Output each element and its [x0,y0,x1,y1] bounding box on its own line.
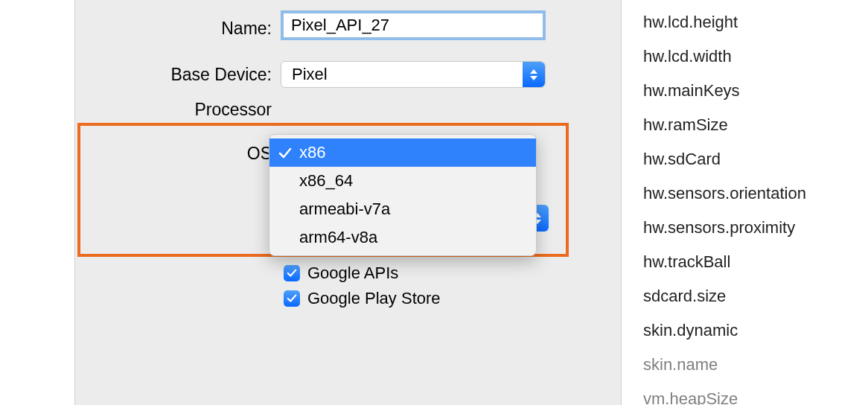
select-stepper-icon [523,62,545,87]
os-label: OS [75,144,272,164]
name-label: Name: [75,13,272,39]
dropdown-item-label: x86_64 [299,171,353,191]
list-item[interactable]: hw.sensors.proximity [643,211,859,245]
processor-dropdown: x86 x86_64 armeabi-v7a arm64-v8a [269,134,537,256]
checkmark-icon [278,145,292,159]
list-item[interactable]: skin.dynamic [643,313,859,348]
google-apis-checkbox-row: Google APIs [284,264,621,283]
processor-label: Processor [75,100,272,120]
list-item[interactable]: hw.mainKeys [643,74,859,108]
row-processor: Processor [75,100,621,120]
check-icon [287,293,297,304]
dropdown-item-label: x86 [299,143,325,162]
row-name: Name: [75,10,621,40]
dropdown-item-x86_64[interactable]: x86_64 [269,167,536,195]
dropdown-item-x86[interactable]: x86 [269,138,536,167]
list-item[interactable]: hw.ramSize [643,108,859,142]
list-item[interactable]: hw.sensors.orientation [643,176,859,211]
list-item[interactable]: sdcard.size [643,279,859,313]
google-play-checkbox[interactable] [284,290,300,307]
list-item[interactable]: hw.lcd.width [643,39,859,74]
google-play-label: Google Play Store [307,289,441,308]
list-item[interactable]: vm.heapSize [643,382,859,405]
base-device-label: Base Device: [75,65,272,85]
name-input-wrapper [281,10,546,40]
google-apis-label: Google APIs [307,264,398,283]
dropdown-item-label: armeabi-v7a [299,200,390,219]
google-apis-checkbox[interactable] [284,265,300,281]
list-item[interactable]: hw.sdCard [643,142,859,176]
row-base-device: Base Device: Pixel [75,61,621,88]
check-icon [287,268,297,278]
dropdown-item-label: arm64-v8a [299,228,377,247]
base-device-value: Pixel [281,65,328,84]
google-play-checkbox-row: Google Play Store [284,289,621,308]
base-device-select[interactable]: Pixel [281,61,546,88]
property-list: hw.lcd.height hw.lcd.width hw.mainKeys h… [643,5,859,405]
list-item[interactable]: hw.trackBall [643,245,859,279]
dropdown-item-armeabi-v7a[interactable]: armeabi-v7a [269,195,536,223]
dropdown-item-arm64-v8a[interactable]: arm64-v8a [269,223,536,252]
name-input[interactable] [281,10,546,40]
list-item[interactable]: hw.lcd.height [643,5,859,39]
list-item[interactable]: skin.name [643,348,859,382]
